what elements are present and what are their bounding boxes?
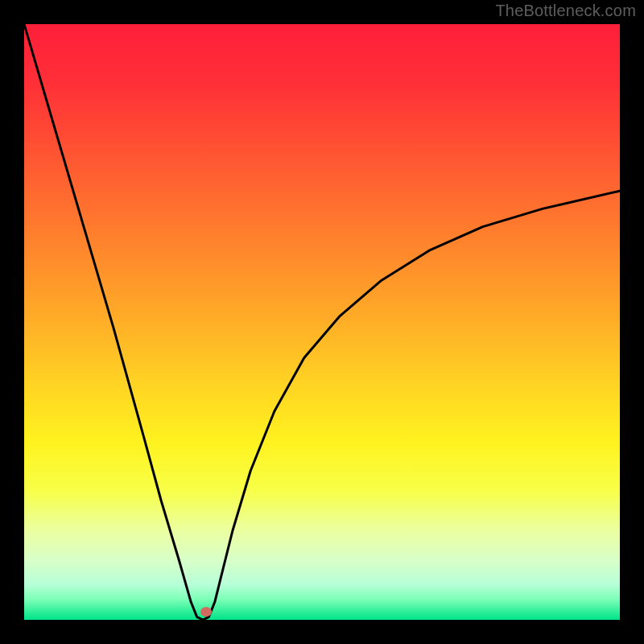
optimum-marker [200, 607, 212, 617]
gradient-rect [24, 24, 620, 620]
chart-frame: TheBottleneck.com [0, 0, 644, 644]
plot-background [24, 24, 620, 620]
plot-svg [24, 24, 620, 620]
watermark-text: TheBottleneck.com [495, 2, 636, 20]
